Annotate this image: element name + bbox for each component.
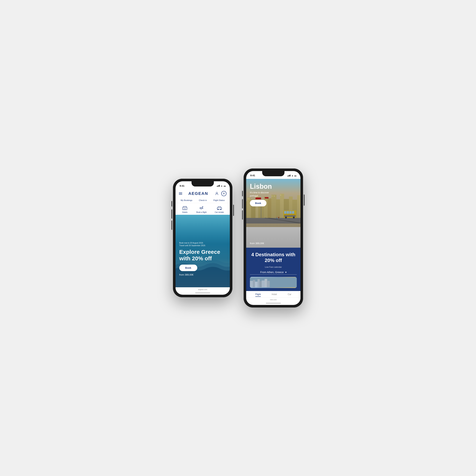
tab-flight[interactable]: Flight [253,293,263,297]
hotel-icon [182,205,188,210]
signal-icon [217,185,220,187]
hero-card: Book now to 20 August 2019. Travel until… [175,215,230,287]
notch-2 [262,171,285,176]
brand-name: AEGEAN [188,191,208,196]
footer-url-2: mini.com [270,299,277,301]
city-preview-svg [250,277,297,288]
signal-icon-2 [288,175,291,176]
power-button [233,205,234,216]
volume-up-button-2 [242,199,243,208]
hero-2-price: from 389,00€ [250,242,264,245]
flight-icon [198,205,205,210]
nav-header: AEGEAN 0 [175,189,230,198]
svg-rect-61 [267,281,270,287]
nav-icons: 0 [214,191,226,196]
volume-up-button [171,209,172,219]
promo-dropdown[interactable]: From Athen, Greece ▾ [250,270,297,275]
mute-button-2 [242,191,243,196]
promo-subtitle: Low Fare calendar [250,266,297,268]
volume-down-button [171,221,172,230]
promo-title: 4 Destinations with 20% off [250,252,297,263]
nav-flight-status[interactable]: Flight Status [213,199,225,202]
hero-title: Explore Greece with 20% off [179,249,226,262]
quick-action-flight[interactable]: Book a flight [196,205,206,213]
power-button-2 [304,194,305,206]
book-button-2[interactable]: Book [250,200,266,206]
svg-rect-55 [253,280,255,287]
home-indicator [175,291,230,295]
volume-down-button-2 [242,210,243,220]
tab-car[interactable]: Car [285,293,294,297]
svg-point-0 [216,192,218,194]
hero-2-text: Lisbon It's time to discover portugal. B… [250,183,297,206]
wifi-icon: ▲ [221,185,223,187]
svg-rect-2 [184,208,186,210]
tab-car-label: Car [288,293,291,296]
mute-button [171,201,172,206]
nav-check-in[interactable]: Check in [198,199,208,202]
battery-icon: ▬ [224,185,226,187]
user-icon[interactable] [214,191,220,196]
hero-price: from 389,00€ [179,273,226,276]
wifi-icon-2: ▲ [291,174,293,177]
hero-text: Book now to 20 August 2019. Travel until… [179,242,226,276]
svg-rect-59 [262,281,265,287]
svg-rect-57 [257,279,260,287]
car-icon [216,205,223,210]
phone-1: 9:41 ▲ ▬ AEGEAN [173,179,232,297]
hotels-label: Hotels [182,211,187,213]
book-flight-label: Book a flight [196,211,206,213]
promo-preview-image [250,277,297,288]
svg-rect-56 [255,282,258,287]
quick-action-hotels[interactable]: Hotels [182,205,188,213]
nav-links: My Bookings Check in Flight Status [175,198,230,203]
dropdown-label: From Athen, Greece [260,271,284,274]
quick-actions: Hotels Book a flight [175,203,230,215]
book-button[interactable]: Book [179,265,197,271]
hero-card-2: Lisbon It's time to discover portugal. B… [246,179,301,248]
promo-section: 4 Destinations with 20% off Low Fare cal… [246,248,301,291]
tab-flight-label: Flight [255,293,261,296]
phone-2: 9:41 ▲ ▬ [244,169,303,307]
footer-bar: aegean.com [175,287,230,291]
main-scene: 9:41 ▲ ▬ AEGEAN [136,157,340,319]
cart-button[interactable]: 0 [221,191,226,196]
phone-2-screen: 9:41 ▲ ▬ [246,171,301,305]
chevron-down-icon: ▾ [285,271,287,274]
status-time: 9:41 [180,185,185,187]
nav-my-bookings[interactable]: My Bookings [180,199,193,202]
footer-url: aegean.com [198,289,207,290]
svg-rect-58 [259,281,262,287]
quick-action-car[interactable]: Car rentals [215,205,224,213]
battery-icon-2: ▬ [294,174,296,177]
hero-subtitle: Book now to 20 August 2019. Travel until… [179,242,226,247]
car-rentals-label: Car rentals [215,211,224,213]
tab-hotel-label: Hotel [272,293,277,296]
tab-active-indicator [255,296,261,297]
phone-1-screen: 9:41 ▲ ▬ AEGEAN [175,181,230,295]
hero-description: It's time to discover portugal. [250,191,276,197]
home-indicator-2 [246,302,301,305]
svg-rect-54 [250,281,253,287]
status-icons: ▲ ▬ [217,185,226,187]
tab-hotel[interactable]: Hotel [269,293,279,297]
hamburger-menu[interactable] [179,192,182,195]
footer-bar-2: mini.com [246,298,301,302]
status-time-2: 9:41 [250,174,255,177]
hero-city-name: Lisbon [250,183,297,190]
status-icons-2: ▲ ▬ [288,174,296,177]
tab-bar: Flight Hotel Car [246,291,301,298]
notch [191,181,214,187]
svg-rect-60 [265,279,267,287]
